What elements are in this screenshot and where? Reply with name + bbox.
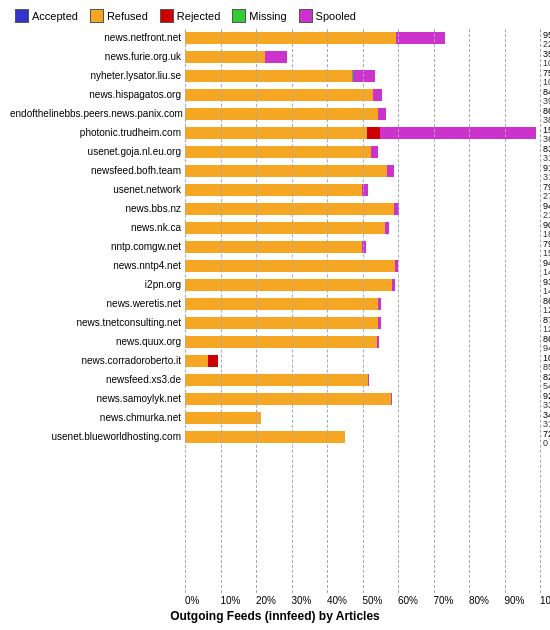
bar-area: 7973274 xyxy=(185,181,540,198)
bar-area: 95102228 xyxy=(185,29,540,46)
bar-area: 8704122 xyxy=(185,314,540,331)
table-row: news.chmurka.net340431 xyxy=(10,409,540,426)
bar-numbers: 9428212 xyxy=(540,202,550,222)
table-row: usenet.blueworldhosting.com72080 xyxy=(10,428,540,445)
bar-segment-spooled xyxy=(378,108,386,120)
bar-segment-spooled xyxy=(394,203,399,215)
bar-numbers: 9026188 xyxy=(540,221,550,241)
bar-segment-refused xyxy=(185,222,385,234)
bar-label: news.nntp4.net xyxy=(10,260,185,271)
bar-segment-refused xyxy=(185,279,392,291)
table-row: photonic.trudheim.com15840362 xyxy=(10,124,540,141)
bar-area: 15840362 xyxy=(185,124,540,141)
bar-numbers: 340431 xyxy=(540,411,550,431)
bar-segment-refused xyxy=(185,336,377,348)
bar-numbers: 7973274 xyxy=(540,183,550,203)
bar-segment-spooled xyxy=(396,32,445,44)
bar-label: news.chmurka.net xyxy=(10,412,185,423)
bar-area: 9428212 xyxy=(185,200,540,217)
bar-label: news.netfront.net xyxy=(10,32,185,43)
bar-label: news.furie.org.uk xyxy=(10,51,185,62)
bar-label: news.samoylyk.net xyxy=(10,393,185,404)
legend-color-rejected xyxy=(160,9,174,23)
bar-area: 867294 xyxy=(185,333,540,350)
bar-label: usenet.blueworldhosting.com xyxy=(10,431,185,442)
bar-numbers: 75111018 xyxy=(540,69,550,89)
table-row: usenet.goja.nl.eu.org8365319 xyxy=(10,143,540,160)
bar-segment-refused xyxy=(185,127,367,139)
bar-track: 823254 xyxy=(185,374,540,386)
legend-label-refused: Refused xyxy=(107,10,148,22)
bar-area: 9319142 xyxy=(185,276,540,293)
legend-item-spooled: Spooled xyxy=(299,9,356,23)
bar-segment-refused xyxy=(185,146,371,158)
bar-segment-refused xyxy=(185,298,378,310)
bar-area: 8693380 xyxy=(185,105,540,122)
bar-track: 8477395 xyxy=(185,89,540,101)
table-row: newsfeed.bofh.team9105310 xyxy=(10,162,540,179)
legend-label-spooled: Spooled xyxy=(316,10,356,22)
bar-segment-refused xyxy=(185,89,373,101)
bar-numbers: 823254 xyxy=(540,373,550,393)
bar-segment-refused xyxy=(185,393,391,405)
bar-segment-refused xyxy=(185,374,368,386)
bar-numbers: 7999152 xyxy=(540,240,550,260)
table-row: news.hispagatos.org8477395 xyxy=(10,86,540,103)
table-row: news.nk.ca9026188 xyxy=(10,219,540,236)
bar-area: 928333 xyxy=(185,390,540,407)
bar-segment-spooled xyxy=(392,279,395,291)
bar-segment-refused xyxy=(185,203,394,215)
legend-color-accepted xyxy=(15,9,29,23)
table-row: nntp.comgw.net7999152 xyxy=(10,238,540,255)
legend-item-accepted: Accepted xyxy=(15,9,78,23)
legend-label-rejected: Rejected xyxy=(177,10,220,22)
bar-numbers: 9470149 xyxy=(540,259,550,279)
bar-track: 8704122 xyxy=(185,317,540,329)
bar-segment-spooled xyxy=(371,146,378,158)
bar-area: 8690125 xyxy=(185,295,540,312)
bar-numbers: 8365319 xyxy=(540,145,550,165)
bar-segment-refused xyxy=(185,412,261,424)
bar-segment-refused xyxy=(185,108,378,120)
bar-numbers: 8477395 xyxy=(540,88,550,108)
bar-area: 340431 xyxy=(185,409,540,426)
bar-segment-spooled xyxy=(353,70,376,82)
bar-segment-spooled xyxy=(378,317,381,329)
bar-label: news.corradoroberto.it xyxy=(10,355,185,366)
bar-label: news.nk.ca xyxy=(10,222,185,233)
bar-track: 35841031 xyxy=(185,51,540,63)
bar-segment-spooled xyxy=(377,336,379,348)
bar-numbers: 9319142 xyxy=(540,278,550,298)
bar-area: 72080 xyxy=(185,428,540,445)
bar-area: 103285 xyxy=(185,352,540,369)
bar-label: news.weretis.net xyxy=(10,298,185,309)
bar-track: 9105310 xyxy=(185,165,540,177)
bar-segment-refused xyxy=(185,355,208,367)
bar-label: news.tnetconsulting.net xyxy=(10,317,185,328)
bar-segment-refused xyxy=(185,165,387,177)
bar-label: endofthelinebbs.peers.news.panix.com xyxy=(10,108,185,119)
table-row: news.nntp4.net9470149 xyxy=(10,257,540,274)
bar-segment-spooled xyxy=(380,127,536,139)
bar-numbers: 8690125 xyxy=(540,297,550,317)
bar-segment-spooled xyxy=(378,298,381,310)
table-row: news.bbs.nz9428212 xyxy=(10,200,540,217)
chart-area: news.netfront.net95102228news.furie.org.… xyxy=(5,29,545,625)
bar-track: 9026188 xyxy=(185,222,540,234)
legend-label-accepted: Accepted xyxy=(32,10,78,22)
bar-label: photonic.trudheim.com xyxy=(10,127,185,138)
bar-track: 340431 xyxy=(185,412,540,424)
bar-segment-rejected xyxy=(208,355,218,367)
bar-numbers: 867294 xyxy=(540,335,550,355)
bar-segment-spooled xyxy=(362,241,365,253)
table-row: news.furie.org.uk35841031 xyxy=(10,48,540,65)
bar-area: 35841031 xyxy=(185,48,540,65)
bar-numbers: 9105310 xyxy=(540,164,550,184)
bar-segment-refused xyxy=(185,317,378,329)
bar-label: nyheter.lysator.liu.se xyxy=(10,70,185,81)
bar-track: 8693380 xyxy=(185,108,540,120)
bar-track: 8690125 xyxy=(185,298,540,310)
bar-track: 103285 xyxy=(185,355,540,367)
legend-item-refused: Refused xyxy=(90,9,148,23)
bar-area: 9470149 xyxy=(185,257,540,274)
